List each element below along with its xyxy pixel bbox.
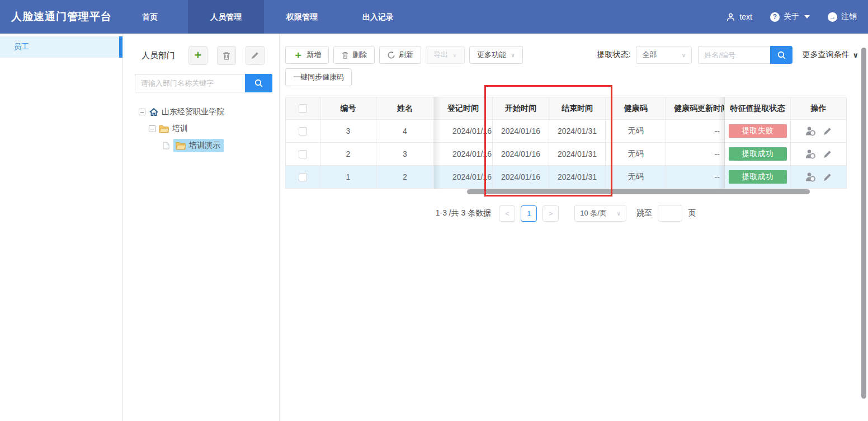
nav-right: text ? 关于 → 注销 [726, 0, 857, 34]
status-badge: 提取失败 [729, 124, 787, 138]
face-photo-icon[interactable] [805, 149, 817, 159]
tree-node-label: 培训 [172, 124, 188, 134]
department-search-input[interactable] [135, 74, 245, 92]
more-query-conditions-link[interactable]: 更多查询条件 ∨ [802, 50, 858, 60]
column-header-health-code: 健康码 [606, 97, 666, 120]
app-title: 人脸速通门管理平台 [11, 0, 112, 34]
edit-icon[interactable] [823, 149, 832, 159]
name-search-input[interactable] [698, 46, 770, 64]
collapse-icon[interactable] [139, 109, 145, 115]
department-title: 人员部门 [141, 50, 175, 61]
chevron-down-icon: ∨ [511, 52, 515, 59]
cell-name: 3 [376, 143, 434, 166]
nav-tab-personnel[interactable]: 人员管理 [188, 0, 264, 34]
nav-tab-home[interactable]: 首页 [112, 0, 188, 34]
plus-icon: + [195, 49, 202, 62]
column-header-health-code-update: 健康码更新时间 [666, 97, 725, 120]
prev-page-button[interactable]: < [499, 205, 515, 222]
cell-end-time: 2024/01/31 [549, 143, 606, 166]
more-functions-button[interactable]: 更多功能 ∨ [469, 46, 523, 64]
column-header-operations: 操作 [791, 97, 847, 120]
sync-health-code-button[interactable]: 一键同步健康码 [285, 68, 352, 86]
page-size-select[interactable]: 10 条/页 ∨ [574, 205, 626, 222]
cell-start-time: 2024/01/16 [493, 143, 549, 166]
search-icon [777, 50, 786, 60]
user-icon [726, 12, 735, 22]
department-search-button[interactable] [245, 74, 272, 92]
edit-department-button[interactable] [246, 46, 265, 65]
department-tree: 山东经贸职业学院 培训 培训演示 [123, 104, 279, 154]
file-icon [163, 142, 169, 149]
logout-button[interactable]: → 注销 [828, 12, 857, 22]
caret-down-icon [804, 15, 810, 18]
cell-name: 2 [376, 166, 434, 189]
collapse-icon[interactable] [149, 125, 155, 132]
page-size-value: 10 条/页 [580, 208, 607, 218]
jump-to-label: 跳至 [636, 208, 652, 218]
cell-register-time: 2024/01/16 [434, 143, 493, 166]
delete-department-button[interactable] [217, 46, 236, 65]
about-menu[interactable]: ? 关于 [770, 12, 810, 22]
add-department-button[interactable]: + [188, 46, 207, 65]
jump-to-page-input[interactable] [658, 205, 682, 222]
plus-icon: ＋ [293, 50, 303, 60]
chevron-down-icon: ∨ [681, 52, 686, 59]
left-sidebar: 员工 [0, 34, 123, 421]
column-header-id: 编号 [320, 97, 376, 120]
cell-id: 3 [320, 120, 376, 143]
nav-tabs: 首页 人员管理 权限管理 出入记录 [112, 0, 416, 34]
face-photo-icon[interactable] [805, 126, 817, 136]
trash-icon [222, 51, 231, 60]
chevron-down-icon: ∨ [616, 210, 621, 217]
row-checkbox[interactable] [299, 127, 307, 135]
logout-icon: → [828, 12, 837, 22]
row-checkbox[interactable] [299, 150, 307, 158]
edit-icon[interactable] [823, 172, 832, 182]
refresh-icon [387, 51, 395, 59]
sidebar-item-employee[interactable]: 员工 [0, 36, 122, 58]
home-icon [149, 107, 159, 116]
cell-health-update: -- [666, 166, 725, 189]
cell-name: 4 [376, 120, 434, 143]
horizontal-scrollbar[interactable] [467, 189, 810, 194]
chevron-down-icon: ∨ [852, 51, 858, 59]
tree-node-training-demo[interactable]: 培训演示 [123, 137, 279, 154]
table-header-row: 编号 姓名 登记时间 开始时间 结束时间 健康码 健康码更新时间 特征值提取状态… [286, 97, 846, 120]
edit-icon[interactable] [823, 127, 832, 136]
toolbar: ＋ 新增 删除 刷新 导出 ∨ 更多功能 ∨ [285, 46, 523, 64]
name-search-button[interactable] [770, 46, 792, 64]
export-button[interactable]: 导出 ∨ [426, 46, 465, 64]
nav-tab-access-records[interactable]: 出入记录 [340, 0, 416, 34]
main-content: ＋ 新增 删除 刷新 导出 ∨ 更多功能 ∨ [280, 34, 868, 421]
header-checkbox-cell [286, 97, 320, 120]
column-header-start-time: 开始时间 [493, 97, 549, 120]
question-icon: ? [770, 12, 780, 22]
delete-button[interactable]: 删除 [333, 46, 375, 64]
export-button-label: 导出 [433, 50, 448, 60]
user-menu[interactable]: text [726, 12, 752, 22]
personnel-table: 编号 姓名 登记时间 开始时间 结束时间 健康码 健康码更新时间 特征值提取状态… [285, 97, 846, 189]
select-all-checkbox[interactable] [299, 104, 307, 113]
face-photo-icon[interactable] [805, 172, 817, 182]
refresh-button[interactable]: 刷新 [379, 46, 421, 64]
vertical-scrollbar[interactable] [861, 48, 866, 399]
nav-tab-permissions[interactable]: 权限管理 [264, 0, 340, 34]
next-page-button[interactable]: > [542, 205, 559, 222]
status-filter-select[interactable]: 全部 ∨ [636, 46, 692, 64]
tree-node-college[interactable]: 山东经贸职业学院 [123, 104, 279, 120]
filter-bar: 提取状态: 全部 ∨ 更多查询条件 ∨ [597, 46, 858, 64]
tree-node-label: 培训演示 [189, 141, 220, 151]
row-checkbox[interactable] [299, 173, 307, 181]
search-icon [254, 78, 263, 88]
table-row: 1 2 2024/01/16 2024/01/16 2024/01/31 无码 … [286, 166, 846, 189]
add-button[interactable]: ＋ 新增 [285, 46, 329, 64]
add-button-label: 新增 [306, 50, 321, 60]
more-functions-label: 更多功能 [477, 50, 506, 60]
tree-node-label: 山东经贸职业学院 [162, 107, 224, 117]
logout-label: 注销 [841, 12, 857, 22]
pagination: 1-3 /共 3 条数据 < 1 > 10 条/页 ∨ 跳至 页 [285, 205, 846, 222]
cell-health-update: -- [666, 143, 725, 166]
page-1-button[interactable]: 1 [521, 205, 537, 222]
table-row: 2 3 2024/01/16 2024/01/16 2024/01/31 无码 … [286, 143, 846, 166]
tree-node-training[interactable]: 培训 [123, 120, 279, 137]
